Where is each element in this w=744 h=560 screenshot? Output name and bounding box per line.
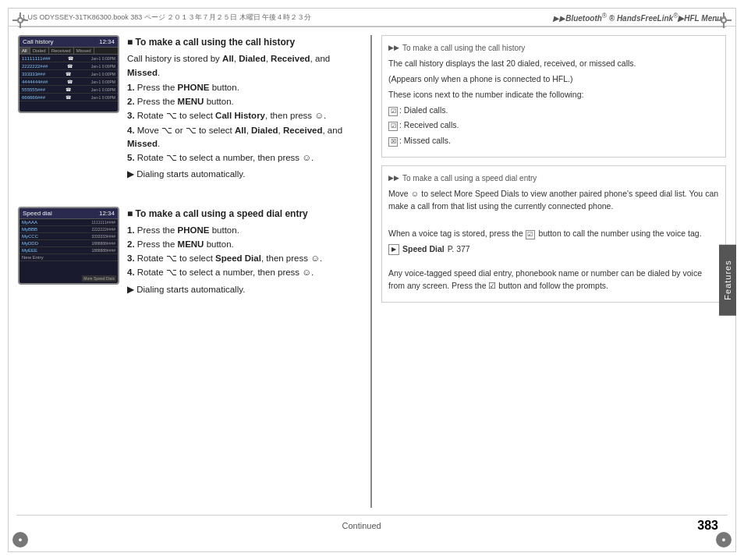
step2-2: 2. Press the MENU button. <box>127 238 361 251</box>
screen-tabs: All Dialed Received Missed <box>19 48 118 55</box>
section2-title: ■ To make a call using a speed dial entr… <box>127 207 361 221</box>
section2-block: Speed dial 12:34 MyAAA1111111#### MyBBB2… <box>18 207 361 298</box>
step2-3: 3. Rotate ⌥ to select Speed Dial, then p… <box>127 252 361 265</box>
table-row: 666666###☎Jan-1 0:00PM <box>19 94 118 101</box>
table-row: MyEEE1888888#### <box>19 247 118 254</box>
page-footer: Continued 383 <box>16 515 728 536</box>
table-row: 2222222###☎Jan-1 0:00PM <box>19 62 118 70</box>
dialed-icon: ☑ <box>388 107 398 116</box>
footer-continued: Continued <box>342 521 381 530</box>
more-speed-dials: More Speed Dials <box>82 275 116 282</box>
tab-all: All <box>19 48 30 54</box>
info-box-call-history: To make a call using the call history Th… <box>381 35 726 158</box>
corner-tl <box>12 12 28 28</box>
screen2-time: 12:34 <box>99 210 115 217</box>
info-box1-icon3: ☒: Missed calls. <box>388 135 719 147</box>
step1-2: 2. Press the MENU button. <box>127 95 361 108</box>
speed-dial-ref-icon: ▶ <box>388 244 399 255</box>
info-box1-icon2: ☑: Received calls. <box>388 119 719 132</box>
received-icon: ☑ <box>388 122 398 131</box>
section1-instructions: ■ To make a call using the call history … <box>127 35 361 183</box>
speed-dial-ref: ▶ Speed Dial P. 377 <box>388 243 719 256</box>
screen2-title: Speed dial <box>23 210 52 217</box>
missed-icon: ☒ <box>388 137 398 147</box>
table-row: 11111111###☎Jan-1 0:00PM <box>19 55 118 62</box>
info-box1-para2: (Appears only when a phone is connected … <box>388 73 719 86</box>
info-box1-para1: The call history displays the last 20 di… <box>388 58 719 70</box>
section1-note: Dialing starts automatically. <box>127 168 361 181</box>
info-box1-title: To make a call using the call history <box>388 42 719 54</box>
step1-4: 4. Move ⌥ or ⌥ to select All, Dialed, Re… <box>127 124 361 151</box>
tab-received: Received <box>49 48 74 54</box>
info-box-speed-dial: To make a call using a speed dial entry … <box>381 165 726 303</box>
info-box1-para3: These icons next to the number indicate … <box>388 89 719 101</box>
page-header: 11 US ODYSSEY-31TK86300.book 383 ページ ２０１… <box>9 9 735 27</box>
voice-tag-icon: ☑ <box>526 230 535 239</box>
main-content: Call history 12:34 All Dialed Received M… <box>9 27 735 516</box>
speed-dial-ref-page: P. 377 <box>448 243 470 256</box>
info-box2-para1: Move ☺ to select More Speed Dials to vie… <box>388 188 719 213</box>
info-box2-title: To make a call using a speed dial entry <box>388 172 719 184</box>
step1-1: 1. Press the PHONE button. <box>127 81 361 94</box>
table-row: 4444444###☎Jan-1 0:00PM <box>19 78 118 86</box>
file-info: 11 US ODYSSEY-31TK86300.book 383 ページ ２０１… <box>18 12 311 23</box>
chapter-title: ▶▶Bluetooth® ® HandsFreeLink®▶HFL Menus <box>553 12 726 23</box>
right-column: To make a call using the call history Th… <box>370 35 726 508</box>
section1-block: Call history 12:34 All Dialed Received M… <box>18 35 361 183</box>
table-row: MyDDD1888888#### <box>19 240 118 247</box>
tab-dialed: Dialed <box>30 48 49 54</box>
left-column: Call history 12:34 All Dialed Received M… <box>18 35 361 508</box>
info-box2-para2: When a voice tag is stored, press the ☑ … <box>388 228 719 240</box>
step1-5: 5. Rotate ⌥ to select a number, then pre… <box>127 151 361 165</box>
step2-1: 1. Press the PHONE button. <box>127 224 361 237</box>
table-row: MyCCC3333333#### <box>19 233 118 240</box>
table-row: MyAAA1111111#### <box>19 219 118 226</box>
screen-title: Call history <box>23 38 54 45</box>
table-row: 333333###☎Jan-1 0:00PM <box>19 70 118 78</box>
call-history-screen: Call history 12:34 All Dialed Received M… <box>18 35 119 113</box>
screen-header: Call history 12:34 <box>19 37 118 48</box>
table-row: 555555###☎Jan-1 0:00PM <box>19 86 118 94</box>
tab-missed: Missed <box>74 48 94 54</box>
step1-3: 3. Rotate ⌥ to select Call History, then… <box>127 109 361 122</box>
speed-dial-ref-label: Speed Dial <box>402 243 445 256</box>
info-box2-para3: Any voice-tagged speed dial entry, phone… <box>388 268 719 292</box>
section1-intro: Call history is stored by All, Dialed, R… <box>127 52 361 80</box>
step2-4: 4. Rotate ⌥ to select a number, then pre… <box>127 266 361 279</box>
table-row: MyBBB2222222#### <box>19 226 118 233</box>
section2-note: Dialing starts automatically. <box>127 283 361 296</box>
features-tab: Features <box>719 244 736 315</box>
page-outer: ● ● 11 US ODYSSEY-31TK86300.book 383 ページ… <box>8 8 736 552</box>
screen2-header: Speed dial 12:34 <box>19 208 118 219</box>
info-box1-icon1: ☑: Dialed calls. <box>388 105 719 117</box>
section2-instructions: ■ To make a call using a speed dial entr… <box>127 207 361 298</box>
speed-dial-screen: Speed dial 12:34 MyAAA1111111#### MyBBB2… <box>18 207 119 285</box>
table-row: New Entry <box>19 254 118 261</box>
section1-title: ■ To make a call using the call history <box>127 35 361 49</box>
corner-tr <box>716 12 732 28</box>
screen-time: 12:34 <box>99 38 115 45</box>
page-number: 383 <box>697 519 718 533</box>
